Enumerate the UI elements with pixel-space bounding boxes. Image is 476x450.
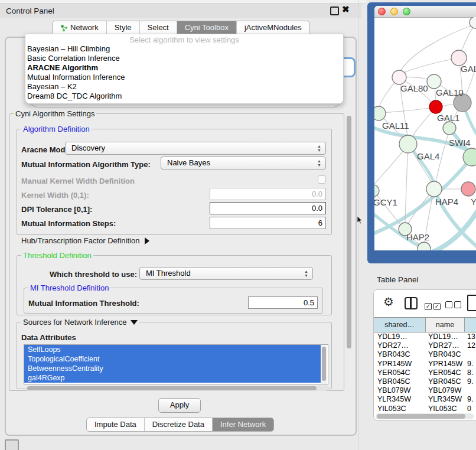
node-label: GAL11 — [382, 120, 409, 131]
table-row[interactable]: YBL079W YBL079W — [374, 386, 476, 395]
network-canvas[interactable]: GALGAL80GAL10GAL1GAL11SWI4GAL4GCY1HAP4YH… — [374, 17, 476, 250]
column-header-name[interactable]: name — [426, 318, 465, 332]
apply-button[interactable]: Apply — [158, 398, 201, 413]
mi-type-select[interactable]: Naive Bayes ▲▼ — [161, 156, 326, 169]
node-label: HAP4 — [435, 197, 458, 207]
zoom-traffic-light-icon[interactable] — [403, 8, 410, 15]
node-label: GAL — [461, 64, 476, 74]
column-header-shared-name[interactable]: shared… — [374, 318, 426, 332]
tab-select[interactable]: Select — [139, 21, 177, 34]
network-node[interactable] — [392, 70, 406, 84]
tab-jactivemnodules[interactable]: jActiveMNodules — [236, 21, 309, 34]
tab-infer-network[interactable]: Infer Network — [212, 418, 273, 431]
node-label: GAL10 — [436, 87, 464, 97]
manual-kernel-checkbox[interactable] — [318, 175, 326, 184]
tab-discretize-data[interactable]: Discretize Data — [144, 418, 212, 431]
mi-type-label: Mutual Information Algorithm Type: — [21, 160, 151, 169]
tab-impute-data[interactable]: Impute Data — [87, 418, 144, 431]
which-threshold-select[interactable]: MI Threshold ▲▼ — [139, 267, 313, 280]
table-row[interactable]: YLR345W YLR345W 9. — [374, 395, 476, 404]
deselect-all-checkboxes-icon[interactable] — [445, 300, 463, 311]
close-icon[interactable]: ✖ — [342, 4, 350, 15]
which-threshold-label: Which threshold to use: — [50, 270, 137, 279]
hub-definition-toggle[interactable]: Hub/Transcription Factor Definition — [21, 236, 149, 245]
stepper-icon: ▲▼ — [317, 144, 321, 152]
control-panel-tabs: Network Style Select Cyni Toolbox jActiv… — [52, 21, 310, 35]
network-node[interactable] — [427, 74, 441, 89]
network-node[interactable] — [426, 181, 442, 197]
minimize-traffic-light-icon[interactable] — [390, 8, 398, 15]
expand-arrow-icon — [145, 237, 149, 244]
list-item[interactable]: gal4RGexp — [24, 373, 321, 383]
table-panel-title: Table Panel — [377, 275, 419, 284]
network-node[interactable] — [374, 185, 379, 197]
table-row[interactable]: YBR043C YBR043C — [374, 350, 476, 359]
node-label: GCY1 — [374, 197, 397, 207]
dropdown-item[interactable]: ARACNE Algorithm — [25, 63, 343, 73]
data-attributes-list: SelfLoopsTopologicalCoefficientBetweenne… — [24, 344, 328, 384]
network-node[interactable] — [418, 242, 431, 250]
table-row[interactable]: YPR145W YPR145W 9. — [374, 360, 476, 369]
collapse-arrow-icon — [131, 320, 138, 325]
kernel-width-field[interactable]: 0.0 — [210, 188, 326, 200]
table-row[interactable]: YBR045C YBR045C 9. — [374, 377, 476, 386]
manual-kernel-label: Manual Kernel Width Definition — [21, 177, 135, 185]
dropdown-item-list: Bayesian – Hill ClimbingBasic Correlatio… — [25, 44, 343, 101]
column-header-partial[interactable] — [465, 318, 476, 332]
algorithm-dropdown: Select algorithm to view settings Bayesi… — [25, 34, 344, 104]
gear-icon[interactable]: ⚙ — [383, 295, 394, 309]
minimized-panel-icon[interactable] — [5, 439, 19, 450]
network-node[interactable] — [461, 182, 475, 196]
network-node[interactable] — [399, 135, 417, 153]
table-row[interactable]: YDR27… YDR27… 12 — [374, 341, 476, 350]
table-row[interactable]: YER054C YER054C 8. — [374, 369, 476, 377]
table-panel: ⚙ ✓✓ shared… name YDL19… YDL19… 13 YDR27… — [373, 289, 476, 420]
dpi-tolerance-field[interactable]: 0.0 — [210, 202, 326, 214]
threshold-definition-legend: Threshold Definition — [21, 251, 93, 260]
scrollbar-thumb[interactable] — [347, 116, 351, 348]
network-node[interactable] — [443, 122, 456, 135]
network-node[interactable] — [429, 100, 442, 113]
dropdown-item[interactable]: Dream8 DC_TDC Algorithm — [25, 92, 343, 101]
sources-legend[interactable]: Sources for Network Inference — [21, 318, 139, 327]
stepper-icon: ▲▼ — [317, 159, 321, 167]
tab-cyni-toolbox[interactable]: Cyni Toolbox — [177, 21, 236, 34]
dropdown-item[interactable]: Bayesian – K2 — [25, 82, 343, 92]
network-window-titlebar[interactable] — [374, 6, 476, 18]
mi-steps-label: Mutual Information Steps: — [21, 219, 116, 228]
table-horizontal-scrollbar[interactable] — [376, 413, 474, 419]
dpi-tolerance-label: DPI Tolerance [0,1]: — [21, 205, 92, 214]
tab-style[interactable]: Style — [106, 21, 139, 34]
list-item[interactable]: TopologicalCoefficient — [24, 354, 321, 364]
dropdown-item[interactable]: Basic Correlation Inference — [25, 54, 343, 63]
settings-scrollbar[interactable] — [346, 115, 352, 387]
node-label: SWI4 — [449, 138, 471, 148]
sources-horizontal-scrollbar[interactable] — [26, 386, 328, 391]
dropdown-item[interactable]: Mutual Information Inference — [25, 73, 343, 82]
control-panel-title: Control Panel — [6, 6, 54, 15]
node-label: GAL1 — [437, 113, 459, 123]
select-all-checkboxes-icon[interactable]: ✓✓ — [425, 300, 442, 311]
close-traffic-light-icon[interactable] — [378, 8, 386, 15]
table-row[interactable]: YIL053C YIL053C 0 — [374, 405, 476, 413]
network-node[interactable] — [470, 17, 476, 28]
mi-threshold-field[interactable]: 0.5 — [248, 296, 318, 309]
dropdown-item[interactable]: Bayesian – Hill Climbing — [25, 44, 343, 54]
data-attributes-label: Data Attributes — [21, 333, 76, 342]
list-item[interactable]: BetweennessCentrality — [24, 364, 321, 373]
scrollbar-thumb[interactable] — [377, 414, 465, 419]
float-panel-icon[interactable] — [330, 6, 339, 15]
table-header: shared… name — [374, 317, 476, 332]
mi-steps-field[interactable]: 6 — [210, 217, 326, 229]
table-row[interactable]: YDL19… YDL19… 13 — [374, 332, 476, 341]
list-scrollbar[interactable] — [321, 345, 327, 384]
node-label: HAP2 — [406, 232, 429, 242]
list-item[interactable]: SelfLoops — [24, 345, 321, 354]
split-columns-icon[interactable] — [405, 297, 418, 309]
network-node[interactable] — [374, 106, 386, 120]
network-window: GALGAL80GAL10GAL1GAL11SWI4GAL4GCY1HAP4YH… — [374, 6, 476, 250]
aracne-mode-select[interactable]: Discovery ▲▼ — [65, 142, 326, 155]
bottom-tabs: Impute Data Discretize Data Infer Networ… — [86, 418, 274, 432]
document-icon[interactable] — [467, 295, 476, 311]
tab-network[interactable]: Network — [53, 21, 106, 34]
